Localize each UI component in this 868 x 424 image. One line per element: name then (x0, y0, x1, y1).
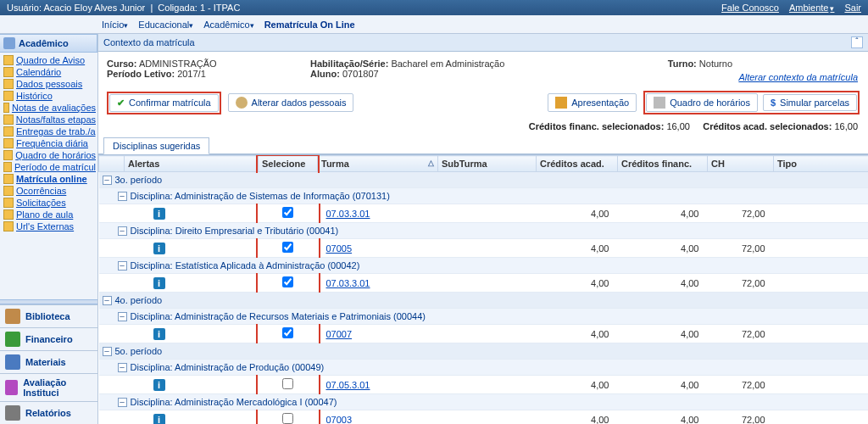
sidebar-item-periodo-matricula[interactable]: Período de matrícul (2, 161, 97, 173)
doc-icon (3, 150, 13, 160)
discipline-label: Disciplina: Administração Mercadológica … (131, 397, 337, 407)
sidebar-item-notas-avaliacoes[interactable]: Notas de avaliações (2, 102, 97, 114)
collapse-icon[interactable]: − (118, 363, 127, 372)
discipline-row[interactable]: −Disciplina: Direito Empresarial e Tribu… (99, 223, 869, 239)
sidebar-item-plano-aula[interactable]: Plano de aula (2, 209, 97, 220)
col-selecione[interactable]: Selecione (259, 156, 318, 172)
collapse-icon[interactable]: − (118, 398, 127, 407)
info-icon[interactable]: i (153, 277, 165, 289)
module-relatorios[interactable]: Relatórios (0, 401, 97, 424)
period-row[interactable]: −4o. período (99, 293, 869, 309)
alterar-contexto-link[interactable]: Alterar contexto da matrícula (738, 72, 858, 82)
module-financeiro[interactable]: Financeiro (0, 327, 97, 350)
module-materiais[interactable]: Materiais (0, 350, 97, 373)
select-checkbox[interactable] (282, 413, 293, 424)
module-biblioteca[interactable]: Biblioteca (0, 304, 97, 327)
collapse-icon[interactable]: − (103, 347, 112, 356)
discipline-label: Disciplina: Direito Empresarial e Tribut… (131, 226, 339, 236)
info-icon[interactable]: i (153, 208, 165, 220)
discipline-row[interactable]: −Disciplina: Administração de Produção (… (99, 360, 869, 376)
simular-parcelas-button[interactable]: $ Simular parcelas (763, 94, 857, 111)
module-avaliacao[interactable]: Avaliação Instituci (0, 373, 97, 401)
col-alertas[interactable]: Alertas (125, 156, 259, 172)
turma-row: i 07005 4,00 4,00 72,00 (99, 239, 869, 258)
ambiente-menu[interactable]: Ambiente▾ (789, 0, 834, 15)
discipline-label: Disciplina: Administração de Produção (0… (131, 362, 325, 372)
sidebar-item-solicitacoes[interactable]: Solicitações (2, 197, 97, 209)
crumb-educacional[interactable]: Educacional▾ (138, 20, 198, 30)
col-ch[interactable]: CH (708, 156, 774, 172)
col-tipo[interactable]: Tipo (774, 156, 869, 172)
select-cell (259, 325, 318, 343)
turma-link[interactable]: 07.05.3.01 (321, 380, 370, 390)
sidebar-item-dados-pessoais[interactable]: Dados pessoais (2, 78, 97, 90)
confirmar-matricula-button[interactable]: ✔ Confirmar matrícula (109, 94, 219, 112)
sidebar-item-quadro-horarios[interactable]: Quadro de horários (2, 149, 97, 161)
caret-down-icon: ▾ (830, 4, 834, 13)
sidebar-section-academico[interactable]: Acadêmico (0, 34, 97, 53)
info-icon[interactable]: i (153, 243, 165, 254)
crumb-inicio[interactable]: Início▾ (102, 20, 133, 30)
select-checkbox[interactable] (282, 378, 293, 389)
book-icon (5, 309, 20, 324)
turma-link[interactable]: 07.03.3.01 (321, 209, 370, 219)
fale-conosco-link[interactable]: Fale Conosco (721, 0, 779, 15)
cred-acad-cell: 4,00 (537, 376, 618, 394)
info-icon[interactable]: i (153, 414, 165, 425)
collapse-button[interactable]: ˆ (851, 36, 863, 48)
info-icon[interactable]: i (153, 379, 165, 391)
turma-link[interactable]: 07.03.3.01 (321, 278, 370, 288)
doc-icon (3, 126, 14, 137)
curso-value: ADMINISTRAÇÃO (139, 59, 217, 69)
col-turma[interactable]: Turma△ (318, 156, 438, 172)
sidebar-item-frequencia[interactable]: Frequência diária (2, 137, 97, 149)
turma-link[interactable]: 07007 (321, 329, 353, 339)
sidebar-item-notas-faltas[interactable]: Notas/faltas etapas (2, 114, 97, 126)
sidebar-tree[interactable]: Quadro de Aviso Calendário Dados pessoai… (0, 53, 97, 299)
crumb-current: Rematrícula On Line (264, 20, 355, 30)
collapse-icon[interactable]: − (118, 312, 127, 321)
select-checkbox[interactable] (282, 207, 293, 218)
sair-link[interactable]: Sair (844, 0, 861, 15)
turma-link[interactable]: 07003 (321, 415, 353, 425)
period-row[interactable]: −3o. período (99, 172, 869, 188)
col-expand[interactable] (99, 156, 125, 172)
user-name: Acacio Eloy Alves Junior (43, 3, 145, 13)
collapse-icon[interactable]: − (103, 176, 112, 185)
sidebar-item-ocorrencias[interactable]: Ocorrências (2, 185, 97, 197)
sidebar-item-urls-externas[interactable]: Url's Externas (2, 220, 97, 232)
sidebar-item-quadro-aviso[interactable]: Quadro de Aviso (2, 54, 97, 66)
discipline-row[interactable]: −Disciplina: Administração de Sistemas d… (99, 188, 869, 204)
grid-scroll[interactable]: Alertas Selecione Turma△ SubTurma Crédit… (98, 154, 868, 424)
collapse-icon[interactable]: − (103, 296, 112, 305)
sidebar-item-historico[interactable]: Histórico (2, 90, 97, 102)
collapse-icon[interactable]: − (118, 261, 127, 271)
col-cred-acad[interactable]: Créditos acad. (537, 156, 618, 172)
alterar-dados-button[interactable]: Alterar dados pessoais (228, 93, 354, 112)
apresentacao-button[interactable]: Apresentação (548, 93, 637, 112)
info-icon[interactable]: i (153, 328, 165, 340)
select-checkbox[interactable] (282, 242, 293, 253)
turno-value: Noturno (699, 59, 732, 69)
period-row[interactable]: −5o. período (99, 343, 869, 360)
col-cred-fin[interactable]: Créditos financ. (618, 156, 708, 172)
doc-icon (3, 186, 14, 196)
sidebar-item-matricula-online[interactable]: Matrícula online (2, 173, 97, 185)
select-checkbox[interactable] (282, 327, 293, 338)
tab-disciplinas-sugeridas[interactable]: Disciplinas sugeridas (103, 137, 209, 154)
evaluation-icon (5, 380, 18, 395)
sidebar-item-entregas[interactable]: Entregas de trab./a (2, 126, 97, 137)
col-subturma[interactable]: SubTurma (438, 156, 537, 172)
collapse-icon[interactable]: − (118, 226, 127, 236)
discipline-row[interactable]: −Disciplina: Estatística Aplicada à Admi… (99, 258, 869, 274)
discipline-row[interactable]: −Disciplina: Administração Mercadológica… (99, 394, 869, 410)
sidebar-item-calendario[interactable]: Calendário (2, 66, 97, 78)
crumb-academico[interactable]: Acadêmico▾ (203, 20, 259, 30)
quadro-horarios-button[interactable]: Quadro de horários (646, 93, 758, 112)
select-checkbox[interactable] (282, 276, 293, 287)
discipline-row[interactable]: −Disciplina: Administração de Recursos M… (99, 309, 869, 325)
sort-asc-icon: △ (428, 159, 434, 167)
curso-label: Curso: (107, 59, 136, 69)
turma-link[interactable]: 07005 (321, 243, 353, 254)
collapse-icon[interactable]: − (118, 192, 127, 201)
